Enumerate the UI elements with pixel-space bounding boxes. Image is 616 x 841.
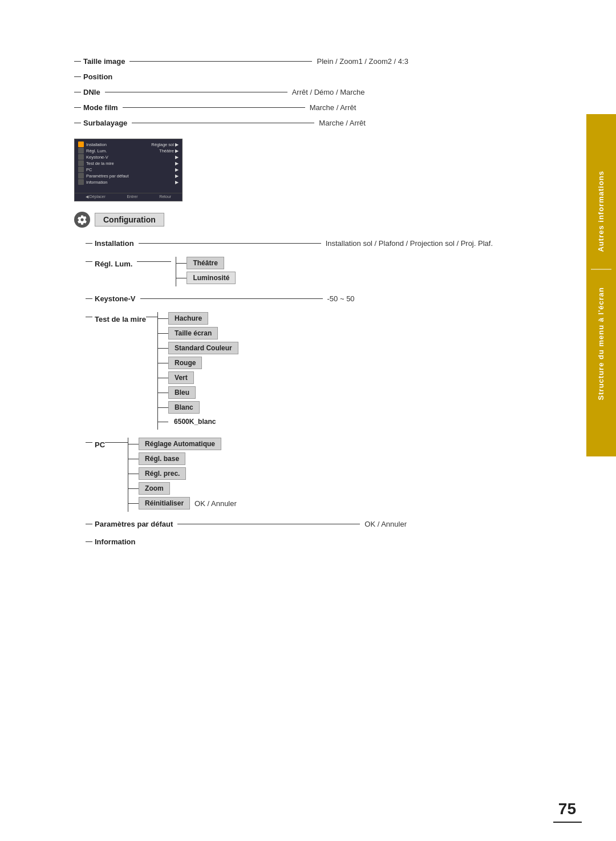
ss-icon-5 bbox=[78, 167, 84, 172]
ss-sub-6: ▶ bbox=[175, 173, 179, 179]
tick-position bbox=[74, 76, 81, 77]
label-params-defaut: Paramètres par défaut bbox=[95, 520, 173, 528]
row-position: Position bbox=[74, 72, 565, 81]
indent-theatre: Théâtre bbox=[176, 257, 236, 269]
box-reglage-auto: Réglage Automatique bbox=[139, 438, 221, 450]
line-pc bbox=[105, 442, 128, 443]
horiz-theatre bbox=[176, 263, 187, 264]
tab-divider bbox=[591, 269, 611, 270]
horiz-reglage-auto bbox=[128, 444, 139, 444]
config-tree: Installation Installation sol / Plafond … bbox=[86, 239, 565, 546]
label-regl-lum: Régl. Lum. bbox=[95, 260, 132, 268]
horiz-taille-ecran bbox=[158, 333, 168, 334]
ss-text-2: Régl. Lum. bbox=[86, 148, 107, 153]
ss-sub-3: ▶ bbox=[175, 155, 179, 160]
ss-footer-1: ◀ Déplacer bbox=[86, 195, 106, 199]
line-taille bbox=[129, 61, 312, 62]
value-dnie: Arrêt / Démo / Marche bbox=[292, 88, 365, 96]
indent-zoom: Zoom bbox=[128, 482, 237, 495]
box-standard-couleur: Standard Couleur bbox=[168, 342, 238, 354]
label-dnie: DNIe bbox=[83, 88, 100, 96]
right-sidebar-tab: Autres informations Structure du menu à … bbox=[586, 114, 616, 456]
config-header: Configuration bbox=[74, 212, 565, 228]
ss-row-6: Paramètres par défaut ▶ bbox=[78, 173, 179, 179]
tick-dnie bbox=[74, 92, 81, 92]
ss-sub-1: Réglage sol ▶ bbox=[151, 142, 179, 147]
page-number-line bbox=[553, 822, 582, 823]
indent-vert: Vert bbox=[158, 371, 238, 384]
label-mode-film: Mode film bbox=[83, 103, 118, 112]
top-section: Taille image Plein / Zoom1 / Zoom2 / 4:3… bbox=[74, 57, 565, 127]
test-mire-sub: Hachure Taille écran Standard Couleur Ro… bbox=[157, 312, 238, 430]
indent-bleu: Bleu bbox=[158, 386, 238, 399]
horiz-reinitialiser bbox=[128, 503, 139, 504]
ss-text-3: Keystone-V bbox=[86, 155, 108, 160]
label-installation: Installation bbox=[95, 239, 134, 248]
row-information: Information bbox=[86, 537, 565, 546]
label-keystone: Keystone-V bbox=[95, 294, 136, 303]
ss-row-4: Test de la mire ▶ bbox=[78, 160, 179, 166]
indent-taille-ecran: Taille écran bbox=[158, 327, 238, 339]
row-test-mire: Test de la mire Hachure Taille écran Sta… bbox=[86, 312, 565, 430]
tick-information bbox=[86, 541, 92, 542]
horiz-hachure bbox=[158, 318, 168, 319]
config-title: Configuration bbox=[95, 213, 164, 227]
ss-row-1: Installation Réglage sol ▶ bbox=[78, 141, 179, 147]
line-test-mire bbox=[146, 317, 157, 317]
box-regl-prec: Régl. prec. bbox=[139, 467, 186, 480]
box-zoom: Zoom bbox=[139, 482, 170, 495]
line-dnie bbox=[105, 92, 287, 92]
box-bleu: Bleu bbox=[168, 386, 196, 399]
tick-keystone bbox=[86, 298, 92, 299]
indent-regl-base: Régl. base bbox=[128, 452, 237, 465]
indent-reglage-auto: Réglage Automatique bbox=[128, 438, 237, 450]
ss-icon-2 bbox=[78, 148, 84, 153]
ss-footer-3: Retour bbox=[159, 195, 171, 199]
ss-text-6: Paramètres par défaut bbox=[86, 173, 129, 179]
ss-sub-7: ▶ bbox=[175, 180, 179, 185]
horiz-bleu bbox=[158, 393, 168, 393]
line-installation bbox=[139, 243, 321, 244]
screenshot-preview: Installation Réglage sol ▶ Régl. Lum. Th… bbox=[74, 139, 183, 201]
row-regl-lum: Régl. Lum. Théâtre Luminosité bbox=[86, 257, 565, 286]
tick-mode-film bbox=[74, 107, 81, 108]
line-surbalayage bbox=[132, 123, 314, 123]
box-vert: Vert bbox=[168, 371, 194, 384]
line-regl-lum bbox=[137, 261, 171, 262]
tick-params bbox=[86, 524, 92, 524]
horiz-zoom bbox=[128, 488, 139, 489]
label-position: Position bbox=[83, 72, 112, 81]
pc-sub: Réglage Automatique Régl. base Régl. pre… bbox=[128, 438, 237, 512]
value-reinitialiser: OK / Annuler bbox=[194, 499, 237, 508]
box-regl-base: Régl. base bbox=[139, 452, 185, 465]
box-hachure: Hachure bbox=[168, 312, 208, 325]
ss-text-1: Installation bbox=[86, 142, 107, 147]
row-params-defaut: Paramètres par défaut OK / Annuler bbox=[86, 520, 565, 528]
main-content: Taille image Plein / Zoom1 / Zoom2 / 4:3… bbox=[74, 57, 565, 553]
screenshot-content: Installation Réglage sol ▶ Régl. Lum. Th… bbox=[75, 139, 182, 187]
ss-sub-4: ▶ bbox=[175, 161, 179, 166]
regl-lum-sub: Théâtre Luminosité bbox=[176, 257, 236, 286]
ss-icon-7 bbox=[78, 179, 84, 185]
ss-row-2: Régl. Lum. Théâtre ▶ bbox=[78, 148, 179, 153]
box-blanc: Blanc bbox=[168, 401, 200, 414]
indent-standard-couleur: Standard Couleur bbox=[158, 342, 238, 354]
row-surbalayage: Surbalayage Marche / Arrêt bbox=[74, 119, 565, 127]
horiz-vert bbox=[158, 378, 168, 378]
label-taille-image: Taille image bbox=[83, 57, 125, 66]
ss-row-7: Information ▶ bbox=[78, 179, 179, 185]
horiz-regl-prec bbox=[128, 474, 139, 474]
tick-surbalayage bbox=[74, 123, 81, 123]
horiz-regl-base bbox=[128, 459, 139, 459]
horiz-blanc bbox=[158, 407, 168, 408]
config-icon bbox=[74, 212, 90, 228]
ss-icon-3 bbox=[78, 154, 84, 160]
box-taille-ecran: Taille écran bbox=[168, 327, 218, 339]
tick-taille bbox=[74, 61, 81, 62]
ss-text-4: Test de la mire bbox=[86, 161, 114, 166]
label-surbalayage: Surbalayage bbox=[83, 119, 127, 127]
indent-rouge: Rouge bbox=[158, 357, 238, 369]
box-rouge: Rouge bbox=[168, 357, 202, 369]
ss-text-7: Information bbox=[86, 180, 108, 185]
row-taille-image: Taille image Plein / Zoom1 / Zoom2 / 4:3 bbox=[74, 57, 565, 66]
